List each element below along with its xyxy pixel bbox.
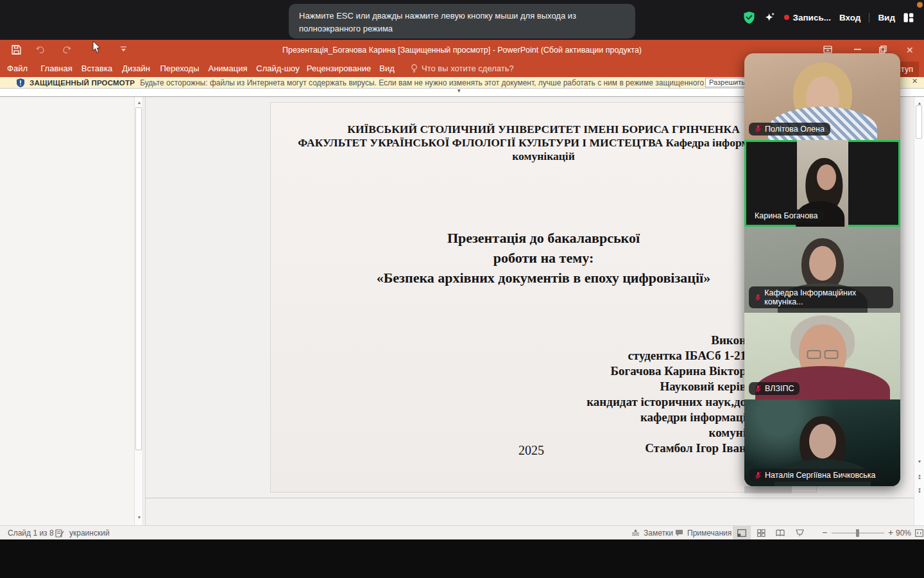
- reading-view-button[interactable]: [771, 526, 789, 539]
- restore-icon[interactable]: [879, 46, 887, 53]
- tab-design[interactable]: Дизайн: [122, 64, 150, 73]
- muted-mic-icon: [755, 385, 762, 393]
- scrollbar-thumb[interactable]: [135, 107, 142, 450]
- tab-slideshow[interactable]: Слайд-шоу: [256, 64, 299, 73]
- scrollbar-remnant: [744, 486, 792, 493]
- scroll-up-icon[interactable]: ▲: [135, 98, 144, 107]
- credits-line: Стамбол Ігор Іван: [586, 441, 746, 456]
- participant-name-tag: Політова Олена: [749, 123, 830, 136]
- view-layout-icon[interactable]: [903, 13, 914, 22]
- meeting-top-bar: Нажмите ESC или дважды нажмите левую кно…: [0, 0, 924, 40]
- view-button[interactable]: Вид: [878, 13, 895, 22]
- lightbulb-icon: [411, 64, 418, 73]
- slideshow-view-button[interactable]: [791, 526, 809, 539]
- video-tile[interactable]: ВЛЗІПС: [744, 313, 900, 399]
- participant-video-panel: Політова Олена Карина Богачова Кафедра І…: [744, 53, 900, 486]
- tab-view[interactable]: Вид: [379, 64, 395, 73]
- glasses: [807, 350, 838, 359]
- tab-review[interactable]: Рецензирование: [307, 64, 371, 73]
- zoom-percentage[interactable]: 90%: [896, 529, 911, 538]
- participant-name: Наталія Сергіївна Бичковська: [765, 471, 875, 480]
- slide-title-line2: роботи на тему:: [271, 248, 816, 268]
- login-button[interactable]: Вход: [839, 13, 860, 22]
- scroll-down-icon[interactable]: ▼: [135, 512, 144, 521]
- collapse-ribbon-icon[interactable]: ▾: [458, 87, 461, 94]
- encryption-shield-icon: [743, 11, 755, 24]
- participant-name-tag: Карина Богачова: [749, 209, 824, 222]
- slide-canvas: КИЇВСЬКИЙ СТОЛИЧНИЙ УНІВЕРСИТЕТ ІМЕНІ БО…: [271, 103, 816, 492]
- credits-line: комуні: [586, 425, 746, 441]
- slide-title-line1: Презентація до бакалаврської: [271, 228, 816, 248]
- zoom-slider-thumb[interactable]: [856, 529, 859, 537]
- recording-indicator[interactable]: Запись...: [784, 13, 831, 22]
- minimize-icon[interactable]: [854, 49, 861, 50]
- muted-mic-icon: [755, 125, 762, 133]
- normal-view-button[interactable]: [733, 526, 751, 539]
- credits-line: кандидат історичних наук,до: [586, 394, 746, 410]
- ai-companion-top-icon[interactable]: [764, 12, 776, 24]
- participant-name-tag: Кафедра Інформаційних комуніка...: [749, 286, 893, 308]
- credits-line: кафедри інформаці: [586, 410, 746, 425]
- comments-label: Примечания: [687, 529, 732, 538]
- next-slide-icon[interactable]: ▼▼: [915, 486, 924, 495]
- protected-view-message: Будьте осторожны: файлы из Интернета мог…: [140, 78, 705, 87]
- tab-transitions[interactable]: Переходы: [160, 64, 200, 73]
- slide-title-line3: «Безпека архівних документів в епоху циф…: [271, 268, 816, 288]
- fit-slide-icon[interactable]: [915, 529, 923, 537]
- scrollbar-thumb[interactable]: [916, 105, 922, 139]
- video-tile[interactable]: Наталія Сергіївна Бичковська: [744, 399, 900, 486]
- zoom-out-button[interactable]: −: [822, 527, 827, 538]
- slide-header-line2: ФАКУЛЬТЕТ УКРАЇНСЬКОЇ ФІЛОЛОГІЇ КУЛЬТУРИ…: [271, 136, 816, 150]
- tab-file[interactable]: Файл: [7, 64, 28, 73]
- slide-header-line3: комунікацій: [271, 150, 816, 163]
- language-indicator[interactable]: украинский: [69, 529, 110, 538]
- record-dot-icon: [784, 15, 789, 20]
- slide-thumbnail-pane[interactable]: [0, 97, 134, 525]
- recording-label: Запись...: [793, 13, 831, 22]
- slide-sorter-view-button[interactable]: [752, 526, 770, 539]
- tab-home[interactable]: Главная: [40, 64, 72, 73]
- participant-name: Кафедра Інформаційних комуніка...: [764, 288, 887, 306]
- comments-toggle[interactable]: Примечания: [675, 529, 732, 538]
- tell-me-label: Что вы хотите сделать?: [422, 64, 514, 73]
- slide-header-line1: КИЇВСЬКИЙ СТОЛИЧНИЙ УНІВЕРСИТЕТ ІМЕНІ БО…: [271, 123, 816, 136]
- protected-shield-icon: [17, 78, 24, 87]
- thumbnail-scrollbar[interactable]: ▲ ▼: [134, 97, 143, 525]
- slide-scrollbar[interactable]: ▲ ▼ ▲▲ ▼▼: [914, 97, 924, 525]
- previous-slide-icon[interactable]: ▲▲: [915, 472, 924, 481]
- scroll-down-icon[interactable]: ▼: [915, 457, 924, 466]
- participant-name: ВЛЗІПС: [765, 384, 794, 393]
- participant-name: Карина Богачова: [755, 211, 818, 220]
- slide-year: 2025: [518, 443, 544, 458]
- top-divider: [869, 13, 869, 22]
- credits-line: Науковий керів: [586, 379, 746, 394]
- tab-animations[interactable]: Анимация: [208, 64, 247, 73]
- esc-fullscreen-toast: Нажмите ESC или дважды нажмите левую кно…: [289, 4, 635, 39]
- muted-mic-icon: [755, 471, 762, 480]
- video-tile[interactable]: Кафедра Інформаційних комуніка...: [744, 227, 900, 313]
- mouse-cursor: [92, 41, 101, 53]
- credits-line: Богачова Карина Віктор: [586, 363, 746, 379]
- status-dot: [917, 2, 923, 8]
- pane-separator: [145, 97, 146, 525]
- ppt-status-bar: Слайд 1 из 8 украинский Заметки Примечан…: [0, 525, 924, 539]
- credits-line: студентка ІБАСб 1-21: [586, 348, 746, 363]
- slide-counter[interactable]: Слайд 1 из 8: [8, 529, 54, 538]
- protected-view-label: ЗАЩИЩЕННЫЙ ПРОСМОТР: [30, 79, 135, 87]
- participant-name-tag: Наталія Сергіївна Бичковська: [749, 469, 881, 482]
- tell-me-search[interactable]: Что вы хотите сделать?: [411, 64, 514, 73]
- notes-pane-divider[interactable]: [146, 498, 914, 498]
- muted-mic-icon: [755, 293, 761, 302]
- close-icon[interactable]: ✕: [906, 45, 914, 55]
- meeting-toolbar: Звук Видео 18 Участники Чат Отреагиров: [0, 539, 924, 578]
- notes-label: Заметки: [644, 529, 673, 538]
- spellcheck-icon[interactable]: [55, 529, 64, 538]
- notes-toggle[interactable]: Заметки: [631, 529, 673, 538]
- tab-insert[interactable]: Вставка: [81, 64, 112, 73]
- zoom-in-button[interactable]: +: [888, 527, 893, 538]
- video-tile-active-speaker[interactable]: Карина Богачова: [744, 140, 900, 227]
- video-tile[interactable]: Політова Олена: [744, 53, 900, 140]
- message-bar-close-icon[interactable]: ✕: [912, 77, 918, 85]
- participant-name-tag: ВЛЗІПС: [749, 382, 800, 395]
- ribbon-display-options-icon[interactable]: [823, 45, 832, 54]
